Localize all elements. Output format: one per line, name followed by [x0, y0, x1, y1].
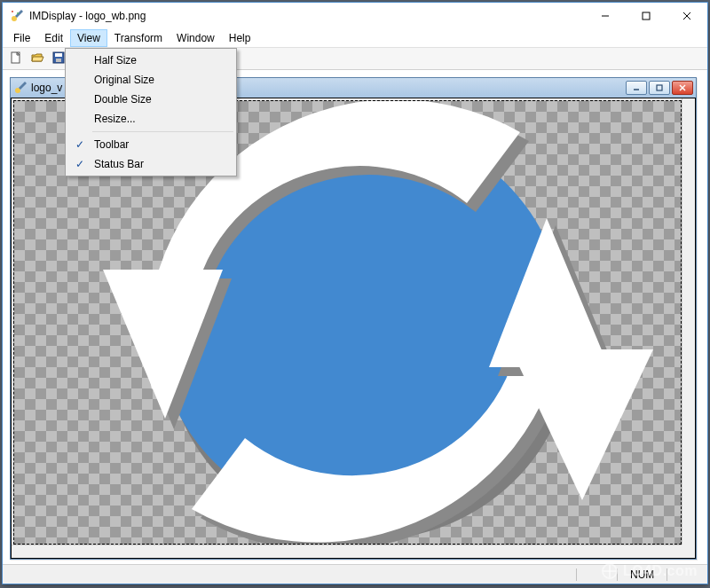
menu-half-size[interactable]: Half Size — [67, 51, 234, 70]
new-file-icon — [9, 51, 23, 67]
menu-window[interactable]: Window — [170, 29, 222, 47]
menu-file[interactable]: File — [6, 29, 37, 47]
close-button[interactable] — [667, 3, 707, 29]
horizontal-scrollbar[interactable] — [12, 545, 682, 558]
status-num: NUM — [617, 568, 667, 581]
menu-transform[interactable]: Transform — [107, 29, 170, 47]
folder-open-icon — [30, 51, 44, 67]
maximize-button[interactable] — [626, 3, 667, 29]
document-icon — [13, 81, 28, 95]
statusbar: NUM — [3, 564, 707, 584]
menu-statusbar-toggle[interactable]: Status Bar — [67, 154, 234, 174]
document-minimize-button[interactable] — [626, 81, 647, 95]
minimize-button[interactable] — [585, 3, 626, 29]
open-button[interactable] — [28, 49, 47, 68]
document-close-button[interactable] — [672, 81, 693, 95]
save-icon — [51, 51, 66, 67]
menu-view[interactable]: View — [70, 29, 107, 47]
new-button[interactable] — [6, 49, 26, 68]
menu-help[interactable]: Help — [222, 29, 258, 47]
menu-double-size[interactable]: Double Size — [67, 90, 234, 109]
window-controls — [585, 3, 707, 29]
svg-rect-4 — [643, 12, 650, 20]
status-cap — [576, 568, 617, 581]
vertical-scrollbar[interactable] — [682, 98, 695, 545]
menu-separator — [92, 131, 233, 132]
menu-toolbar-toggle[interactable]: Toolbar — [67, 135, 234, 154]
status-scrl — [667, 568, 707, 581]
menu-original-size[interactable]: Original Size — [67, 70, 234, 90]
scroll-corner — [682, 545, 695, 558]
svg-rect-19 — [657, 85, 662, 90]
document-window-controls — [626, 81, 693, 95]
menu-resize[interactable]: Resize... — [67, 109, 234, 129]
window-title: IMDisplay - logo_wb.png — [29, 10, 585, 22]
titlebar: IMDisplay - logo_wb.png — [3, 3, 707, 29]
app-icon — [10, 9, 24, 23]
svg-rect-9 — [55, 53, 62, 57]
svg-rect-10 — [56, 59, 61, 62]
app-window: IMDisplay - logo_wb.png File Edit View T… — [2, 2, 708, 584]
svg-point-1 — [12, 11, 13, 12]
svg-point-2 — [17, 12, 19, 14]
document-maximize-button[interactable] — [649, 81, 670, 95]
menu-edit[interactable]: Edit — [37, 29, 70, 47]
view-dropdown: Half Size Original Size Double Size Resi… — [65, 48, 237, 176]
menubar: File Edit View Transform Window Help — [3, 29, 707, 47]
